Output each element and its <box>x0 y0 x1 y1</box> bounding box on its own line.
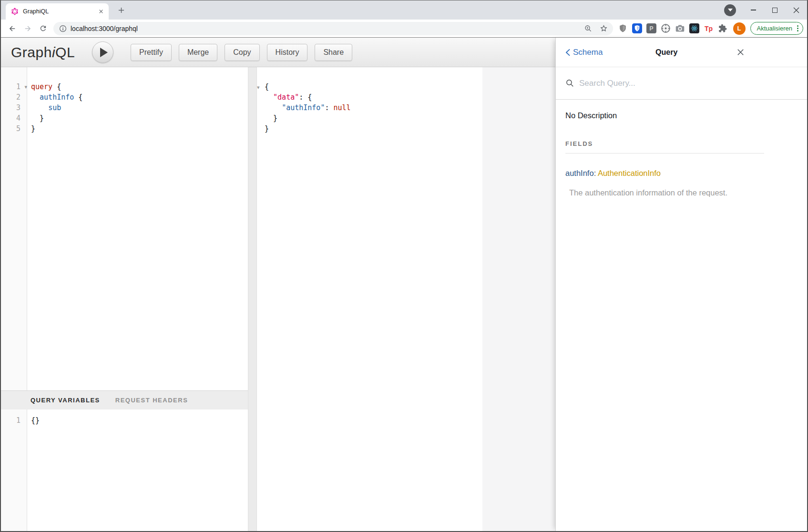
react-devtools-extension-icon[interactable] <box>688 22 701 35</box>
maximize-button[interactable] <box>764 0 786 20</box>
tampermonkey-extension-icon[interactable]: Tp <box>703 22 715 35</box>
docs-search-box <box>556 67 807 100</box>
query-code[interactable]: query { authInfo { sub } } <box>27 67 248 390</box>
bitwarden-extension-icon[interactable] <box>631 22 644 35</box>
reload-button[interactable] <box>35 21 51 36</box>
update-browser-button[interactable]: Aktualisieren <box>750 22 803 35</box>
graphiql-logo: GraphiQL <box>11 44 75 61</box>
close-icon <box>793 7 799 13</box>
tab-close-icon[interactable] <box>97 8 105 15</box>
result-pane: ▾{ "data": { "authInfo": null } } <box>257 67 482 531</box>
tab-title: GraphiQL <box>23 8 97 15</box>
line-number: 4 <box>1 113 27 123</box>
close-icon <box>736 48 745 57</box>
zoom-icon[interactable] <box>584 24 593 33</box>
arrow-right-icon <box>23 24 32 33</box>
close-window-button[interactable] <box>786 0 807 20</box>
code-line: } <box>31 113 248 123</box>
address-bar: localhost:3000/graphql P <box>1 20 807 38</box>
variables-gutter: 1 <box>1 409 27 531</box>
media-controls-button[interactable] <box>724 4 736 16</box>
plus-icon <box>118 7 124 13</box>
query-editor-gutter: 1▾ 2 3 4 5 <box>1 67 27 390</box>
fold-arrow-icon[interactable]: ▾ <box>21 82 27 92</box>
page-content: GraphiQL Prettify Merge Copy History Sha… <box>1 38 807 531</box>
update-label: Aktualisieren <box>757 25 792 32</box>
line-number: 1 <box>1 415 27 426</box>
type-description: No Description <box>565 111 764 120</box>
extensions-puzzle-icon[interactable] <box>717 22 729 35</box>
line-number: 1▾ <box>1 82 27 92</box>
fold-arrow-icon[interactable]: ▾ <box>257 82 265 92</box>
result-line: } <box>257 113 482 123</box>
query-editor[interactable]: 1▾ 2 3 4 5 query { authInfo { sub } } <box>1 67 248 390</box>
bookmark-star-icon[interactable] <box>599 24 608 33</box>
variables-code[interactable]: {} <box>27 409 248 531</box>
execute-query-button[interactable] <box>92 41 113 63</box>
window-controls <box>724 0 807 20</box>
ublock-extension-icon[interactable] <box>617 22 629 35</box>
url-field[interactable]: localhost:3000/graphql <box>53 22 613 35</box>
share-button[interactable]: Share <box>315 44 352 61</box>
copy-button[interactable]: Copy <box>225 44 259 61</box>
docs-header: Schema Query <box>556 38 807 67</box>
variables-editor[interactable]: 1 {} <box>1 409 248 531</box>
chevron-left-icon <box>564 48 571 57</box>
field-description: The authentication information of the re… <box>565 188 764 197</box>
tab-request-headers[interactable]: REQUEST HEADERS <box>115 397 188 404</box>
chevron-down-icon <box>728 9 733 11</box>
minimize-button[interactable] <box>743 0 764 20</box>
docs-content: No Description FIELDS authInfo: Authenti… <box>556 100 807 197</box>
maximize-icon <box>772 8 777 13</box>
line-number: 3 <box>1 102 27 113</box>
field-row: authInfo: AuthenticationInfo <box>565 169 764 178</box>
new-tab-button[interactable] <box>114 3 128 17</box>
merge-button[interactable]: Merge <box>179 44 217 61</box>
code-line: } <box>31 123 248 134</box>
minimize-icon <box>751 10 756 10</box>
play-icon <box>100 48 108 57</box>
type-name-link[interactable]: AuthenticationInfo <box>598 169 661 177</box>
p-extension-icon[interactable]: P <box>645 22 658 35</box>
docs-back-link[interactable]: Schema <box>564 48 603 57</box>
browser-window: GraphiQL <box>0 0 808 532</box>
url-text[interactable]: localhost:3000/graphql <box>71 25 584 32</box>
browser-tab[interactable]: GraphiQL <box>6 3 109 20</box>
arrow-left-icon <box>8 24 17 33</box>
prettify-button[interactable]: Prettify <box>131 44 172 61</box>
docs-title: Query <box>603 48 730 57</box>
workspace: 1▾ 2 3 4 5 query { authInfo { sub } } <box>1 67 555 531</box>
reload-icon <box>39 24 47 32</box>
result-line: } <box>257 123 482 134</box>
fields-heading: FIELDS <box>565 140 764 153</box>
result-line: ▾{ <box>257 82 482 92</box>
forward-button[interactable] <box>20 21 35 36</box>
page-info-icon[interactable] <box>59 25 67 32</box>
graphql-favicon-icon <box>11 8 19 15</box>
extensions-row: P Tp <box>616 22 730 35</box>
line-number: 5 <box>1 123 27 134</box>
tab-strip: GraphiQL <box>1 0 807 20</box>
empty-gap <box>482 67 555 531</box>
tab-query-variables[interactable]: QUERY VARIABLES <box>31 397 100 404</box>
code-line: query { <box>31 82 248 92</box>
crosshair-extension-icon[interactable] <box>660 22 672 35</box>
pane-resizer-handle[interactable] <box>248 67 257 531</box>
menu-kebab-icon[interactable] <box>796 22 799 34</box>
camera-extension-icon[interactable] <box>674 22 686 35</box>
line-number: 2 <box>1 92 27 102</box>
variables-tab-bar: QUERY VARIABLES REQUEST HEADERS <box>1 390 248 409</box>
field-name-link[interactable]: authInfo <box>565 169 594 177</box>
code-line: authInfo { <box>31 92 248 102</box>
query-editor-pane: 1▾ 2 3 4 5 query { authInfo { sub } } <box>1 67 248 531</box>
search-icon <box>565 79 574 88</box>
profile-avatar[interactable]: L <box>733 22 746 35</box>
history-button[interactable]: History <box>267 44 308 61</box>
docs-back-label: Schema <box>573 48 603 57</box>
docs-search-input[interactable] <box>579 79 807 88</box>
code-line: {} <box>31 415 248 426</box>
docs-close-button[interactable] <box>736 48 745 57</box>
back-button[interactable] <box>5 21 20 36</box>
field-separator: : <box>594 169 598 177</box>
graphiql-toolbar: GraphiQL Prettify Merge Copy History Sha… <box>1 38 555 67</box>
